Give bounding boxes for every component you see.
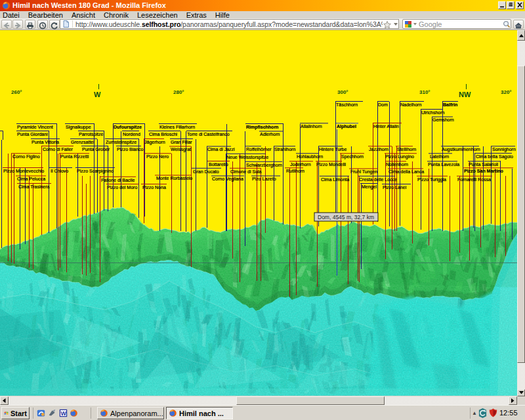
svg-text:Parrotspitze: Parrotspitze xyxy=(79,132,103,137)
svg-text:Il Chiovo: Il Chiovo xyxy=(51,169,68,173)
svg-text:280°: 280° xyxy=(173,89,184,95)
svg-text:Punta Lavezola: Punta Lavezola xyxy=(428,162,459,167)
svg-text:300°: 300° xyxy=(337,89,348,95)
svg-text:Nollenhorn: Nollenhorn xyxy=(386,162,408,167)
svg-text:Punta Rizzetti: Punta Rizzetti xyxy=(60,154,89,159)
svg-text:Torre di Castelfranco: Torre di Castelfranco xyxy=(187,132,230,136)
svg-text:Pizzo Bianco: Pizzo Bianco xyxy=(117,147,144,152)
svg-text:Nordend: Nordend xyxy=(123,132,140,136)
svg-text:260°: 260° xyxy=(11,89,22,95)
svg-text:Rimpfischhorn: Rimpfischhorn xyxy=(246,125,278,130)
svg-text:Fornarelli Rossa: Fornarelli Rossa xyxy=(457,177,491,182)
svg-text:Corno di Faller: Corno di Faller xyxy=(43,147,74,152)
svg-text:Gran Ducato: Gran Ducato xyxy=(193,169,219,174)
svg-text:Balfrin: Balfrin xyxy=(443,102,457,107)
svg-text:Strahlhorn: Strahlhorn xyxy=(274,147,295,152)
svg-text:Pizzo del Moro: Pizzo del Moro xyxy=(107,185,137,190)
svg-text:Pyramide Vincent: Pyramide Vincent xyxy=(17,125,53,130)
svg-text:Hintere Turbe: Hintere Turbe xyxy=(319,147,347,152)
svg-text:W: W xyxy=(94,91,101,98)
svg-text:Mengel: Mengel xyxy=(362,184,377,190)
svg-text:Rutlihorn: Rutlihorn xyxy=(286,169,304,173)
svg-text:Cima Limonta: Cima Limonta xyxy=(321,177,349,182)
svg-text:NW: NW xyxy=(459,91,471,98)
svg-text:Augstkummenhorn: Augstkummenhorn xyxy=(442,147,480,152)
svg-text:Hinter Allalin: Hinter Allalin xyxy=(373,124,399,129)
svg-text:Pizo Lazeto: Pizo Lazeto xyxy=(252,177,276,181)
svg-text:Adlerhorn: Adlerhorn xyxy=(260,132,280,136)
svg-text:Schwarzberghorn: Schwarzberghorn xyxy=(246,163,282,168)
svg-text:Fallone di Bacile: Fallone di Bacile xyxy=(101,178,135,182)
svg-text:Cima della Lanca: Cima della Lanca xyxy=(388,169,424,174)
svg-text:Latelhorn: Latelhorn xyxy=(430,154,449,159)
svg-text:Jazzihorn: Jazzihorn xyxy=(369,147,388,152)
svg-text:Cima bella Sagolo: Cima bella Sagolo xyxy=(476,154,513,159)
svg-text:Pizzo Mondelli: Pizzo Mondelli xyxy=(316,162,346,167)
svg-text:310°: 310° xyxy=(419,89,430,95)
svg-text:Corno Figlino: Corno Figlino xyxy=(12,154,40,159)
svg-text:Punta Grober: Punta Grober xyxy=(82,147,110,152)
svg-text:Cresta delle Locce: Cresta delle Locce xyxy=(359,177,397,182)
svg-text:Cima Brioschi: Cima Brioschi xyxy=(149,132,178,136)
svg-text:Pizzo Nona: Pizzo Nona xyxy=(142,185,166,190)
svg-text:Gran Fillar: Gran Fillar xyxy=(171,140,192,144)
svg-text:Punta Vittoria: Punta Vittoria xyxy=(32,140,59,144)
svg-text:Cima Pelucca: Cima Pelucca xyxy=(17,177,45,181)
svg-text:Pizzo San Martino: Pizzo San Martino xyxy=(464,169,503,173)
svg-text:Fruhl Tungen: Fruhl Tungen xyxy=(350,169,377,175)
svg-text:Pizzo Turiggia: Pizzo Turiggia xyxy=(417,177,446,182)
svg-text:Dom, 4545 m, 32,7 km: Dom, 4545 m, 32,7 km xyxy=(318,214,374,220)
svg-text:Jägerhorn: Jägerhorn xyxy=(144,140,165,145)
svg-text:Spechhorn: Spechhorn xyxy=(341,154,364,159)
svg-text:Punta Giordani: Punta Giordani xyxy=(17,132,48,136)
svg-text:Grenzsattel: Grenzsattel xyxy=(71,140,94,144)
svg-text:Pizzo Lungino: Pizzo Lungino xyxy=(385,154,414,159)
svg-text:320°: 320° xyxy=(501,89,512,95)
svg-text:Bottarello: Bottarello xyxy=(209,162,228,167)
svg-text:Cima Trasinera: Cima Trasinera xyxy=(18,184,50,189)
svg-text:Corno Vegliana: Corno Vegliana xyxy=(212,177,243,182)
svg-text:Kleines Fillarhorn: Kleines Fillarhorn xyxy=(159,125,195,129)
svg-text:W: W xyxy=(60,410,66,417)
svg-text:Pizzo Lanei: Pizzo Lanei xyxy=(383,185,407,190)
svg-text:Cima di Jazzi: Cima di Jazzi xyxy=(207,147,235,152)
svg-text:Punta Salarioli: Punta Salarioli xyxy=(469,162,499,167)
svg-text:Nadelhorn: Nadelhorn xyxy=(400,102,421,107)
svg-text:Signalkuppe: Signalkuppe xyxy=(66,125,91,130)
svg-text:Täschhorn: Täschhorn xyxy=(336,102,358,107)
svg-text:Cimone di Sula: Cimone di Sula xyxy=(230,169,262,174)
svg-text:Allalinhorn: Allalinhorn xyxy=(301,124,322,129)
svg-text:Dom: Dom xyxy=(378,102,388,107)
svg-text:Joderhorn: Joderhorn xyxy=(290,162,311,167)
svg-text:Pizzo Scarpignino: Pizzo Scarpignino xyxy=(77,169,114,174)
svg-text:Hohlaubhorn: Hohlaubhorn xyxy=(297,154,323,159)
svg-text:Neue Weisstorspitze: Neue Weisstorspitze xyxy=(226,155,268,160)
svg-text:Weissgrat: Weissgrat xyxy=(171,147,191,152)
svg-text:Gemshorn: Gemshorn xyxy=(432,117,454,122)
svg-text:Pizzo Nero: Pizzo Nero xyxy=(146,154,169,159)
svg-text:Roffelhörner: Roffelhörner xyxy=(246,147,272,152)
svg-text:Pizzo Montevecchio: Pizzo Montevecchio xyxy=(3,169,44,173)
svg-text:Sonnighorn: Sonnighorn xyxy=(492,147,516,152)
svg-text:Monte Rorbastelo: Monte Rorbastelo xyxy=(156,176,192,180)
svg-text:Alphubel: Alphubel xyxy=(337,124,356,129)
svg-text:Dufourspitze: Dufourspitze xyxy=(114,125,142,130)
svg-text:Ulrichshorn: Ulrichshorn xyxy=(421,110,445,115)
svg-text:Stellihorn: Stellihorn xyxy=(397,147,416,152)
svg-text:Zumsteinspitze: Zumsteinspitze xyxy=(106,140,136,145)
